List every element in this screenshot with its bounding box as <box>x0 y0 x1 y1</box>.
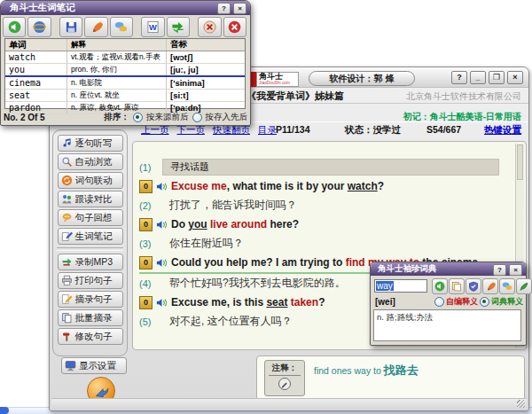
display-settings-button[interactable]: 显示设置 <box>61 357 127 374</box>
recall-icon <box>61 212 73 223</box>
pocket-tool-shield-icon[interactable] <box>466 278 481 294</box>
word-cell: seat <box>5 90 67 101</box>
help-button[interactable]: ? <box>451 71 467 84</box>
sort-option-label[interactable]: 按存入先后 <box>206 112 248 123</box>
sidebar-button-词句联动[interactable]: 词句联动 <box>58 172 123 189</box>
sort-radio[interactable] <box>133 113 143 122</box>
help-button[interactable]: ? <box>217 3 231 14</box>
hotkey-settings-link[interactable]: 热键设置 <box>484 124 521 137</box>
speaker-icon[interactable] <box>156 181 168 192</box>
delete-icon <box>203 20 216 34</box>
table-row[interactable]: watchvt.观看；监视vi.观看n.手表[wɔtʃ] <box>5 51 245 64</box>
column-header: 解释 <box>67 39 167 51</box>
pocket-tool-paste-icon[interactable] <box>516 278 532 294</box>
taskbar-start-fragment[interactable] <box>0 407 9 414</box>
minimize-button[interactable]: _ <box>470 71 486 84</box>
mode-radio[interactable] <box>434 297 444 307</box>
notebook-tool-delete-icon[interactable] <box>198 17 221 37</box>
notebook-tool-pen-icon[interactable] <box>84 17 107 37</box>
sentence-row[interactable]: (1)寻找话题 <box>139 158 512 177</box>
chinese-sentence: 帮个忙好吗?我找不到去电影院的路。 <box>169 276 346 291</box>
vocab-table: 单词解释音标watchvt.观看；监视vi.观看n.手表[wɔtʃ]youpro… <box>4 38 246 109</box>
pocket-tool-pen-icon[interactable] <box>482 278 498 294</box>
sidebar-button-label: 修改句子 <box>75 331 113 343</box>
mode-radio[interactable] <box>480 297 489 307</box>
nav-link-0[interactable]: 上一页 <box>141 124 169 137</box>
sidebar-button-跟读对比[interactable]: 跟读对比 <box>58 191 123 207</box>
logo-brand: 角斗士 <box>259 73 296 81</box>
sidebar-button-打印句子[interactable]: 打印句子 <box>58 272 123 289</box>
sidebar-button-label: 打印句子 <box>75 275 113 287</box>
nav-link-3[interactable]: 目录 <box>258 124 277 137</box>
close-button[interactable]: × <box>233 3 246 14</box>
row-number: (4) <box>139 278 162 289</box>
link-icon <box>61 175 73 186</box>
speaker-icon[interactable] <box>156 257 168 269</box>
sidebar-button-批量摘录[interactable]: 批量摘录 <box>58 309 123 326</box>
restore-button[interactable]: ❐ <box>489 71 505 84</box>
notebook-tool-chat-icon[interactable] <box>110 17 133 37</box>
meaning-cell: n. 电影院 <box>67 77 167 89</box>
sidebar-button-逐句听写[interactable]: 逐句听写 <box>58 135 123 152</box>
dictionary-search-input[interactable]: way <box>374 279 427 293</box>
sidebar-button-label: 批量摘录 <box>75 312 113 324</box>
note-stamp-icon <box>278 377 292 391</box>
mode-label[interactable]: 自编释义 <box>446 296 478 308</box>
row-number: (5) <box>139 316 162 327</box>
close-button[interactable]: × <box>507 71 523 84</box>
sort-option-label[interactable]: 按来源前后 <box>146 112 189 123</box>
pocket-tool-sound-icon[interactable] <box>432 278 448 294</box>
copy-icon <box>451 281 462 292</box>
sidebar-button-摘录句子[interactable]: 摘录句子 <box>58 291 123 308</box>
help-button[interactable]: ? <box>493 264 506 276</box>
sort-radio[interactable] <box>192 113 202 122</box>
table-row[interactable]: cineman. 电影院['sinima] <box>5 77 245 90</box>
speaker-icon[interactable] <box>156 297 168 309</box>
phonetic-cell: [wɔtʃ] <box>167 52 245 62</box>
column-header: 单词 <box>5 39 67 51</box>
sound-icon <box>434 281 445 292</box>
notebook-tool-browse-sphere-icon[interactable] <box>27 17 51 37</box>
notebook-tool-delete-all-icon[interactable] <box>223 17 246 37</box>
sidebar-button-句子回想[interactable]: 句子回想 <box>58 209 123 226</box>
vocab-notebook-window: 角斗士生词笔记 ?× W 单词解释音标watchvt.观看；监视vi.观看n.手… <box>0 0 251 126</box>
sidebar-button-修改句子[interactable]: 修改句子 <box>58 328 123 345</box>
sentence-row[interactable]: 0Excuse me, what time is it by your watc… <box>139 177 512 197</box>
browse-sphere-icon <box>33 20 46 34</box>
sentence-row[interactable]: (3)你住在附近吗？ <box>139 234 512 254</box>
pocket-dictionary-window: 角斗士袖珍词典 ?× way [wei] 自编释义词典释义 n. 路;路线;办法 <box>370 262 527 346</box>
notebook-tool-refresh-icon[interactable] <box>167 17 190 37</box>
sentence-row[interactable]: 0Do you live around here? <box>139 215 512 235</box>
nav-link-1[interactable]: 下一页 <box>177 124 206 137</box>
sidebar-button-自动浏览[interactable]: 自动浏览 <box>58 153 123 170</box>
magnifier-icon <box>61 156 73 168</box>
sentence-row[interactable]: (2)打扰了，能告诉我时间吗？ <box>139 196 512 215</box>
sort-options: 排序：按来源前后按存入先后 <box>105 112 248 123</box>
sidebar-button-录制MP3[interactable]: 录制MP3 <box>58 254 123 270</box>
notebook-tool-word-export-icon[interactable]: W <box>141 17 164 37</box>
nav-link-2[interactable]: 快速翻页 <box>213 124 250 137</box>
learn-status: 状态：没学过 <box>345 124 401 137</box>
mode-label[interactable]: 词典释义 <box>491 296 523 308</box>
pocket-tool-copy-icon[interactable] <box>449 278 465 294</box>
meaning-cell: n. 座位vt. 就坐 <box>67 90 167 101</box>
notebook-window-buttons: ?× <box>217 3 246 14</box>
pocket-tool-chat-icon[interactable] <box>499 278 515 294</box>
designer-badge: 软件设计：郭 烽 <box>309 71 415 86</box>
repeat-count-badge: 0 <box>139 256 153 269</box>
resize-grip[interactable] <box>517 400 525 408</box>
chat-icon <box>114 20 128 34</box>
sidebar-button-生词笔记[interactable]: 生词笔记 <box>58 228 123 245</box>
repeat-count-badge: 0 <box>139 218 153 231</box>
search-value: way <box>376 281 394 291</box>
notebook-tool-sound-icon[interactable] <box>3 17 26 37</box>
company-name: 北京角斗士软件技术有限公司 <box>406 90 521 103</box>
chinese-sentence: 你住在附近吗？ <box>169 236 244 251</box>
dictation-icon <box>61 137 73 149</box>
notebook-tool-save-icon[interactable] <box>59 17 82 37</box>
sort-label: 排序： <box>105 112 130 123</box>
table-row[interactable]: seatn. 座位vt. 就坐[si:t] <box>5 90 245 102</box>
speaker-icon[interactable] <box>156 219 168 230</box>
close-button[interactable]: × <box>509 264 522 276</box>
table-row[interactable]: youpron. 你, 你们[ju:, ju] <box>5 64 245 77</box>
